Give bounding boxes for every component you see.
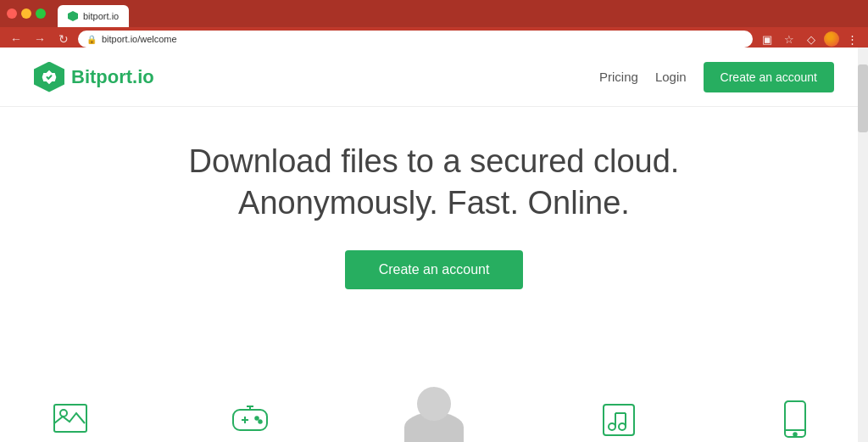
tab-favicon bbox=[68, 11, 78, 21]
browser-chrome: bitport.io ← → ↻ 🔒 bitport.io/welcome ▣ … bbox=[0, 0, 868, 48]
hero-create-account-button[interactable]: Create an account bbox=[345, 250, 524, 289]
svg-point-11 bbox=[619, 423, 626, 430]
extensions-button[interactable]: ▣ bbox=[758, 30, 776, 48]
svg-rect-9 bbox=[604, 405, 634, 435]
maximize-button[interactable] bbox=[36, 8, 46, 19]
nav-right-controls: ▣ ☆ ◇ ⋮ bbox=[758, 30, 861, 48]
window-controls bbox=[7, 8, 46, 19]
back-button[interactable]: ← bbox=[7, 30, 25, 48]
person-head bbox=[417, 387, 451, 421]
music-svg bbox=[597, 398, 641, 442]
music-feature-icon bbox=[597, 398, 641, 442]
refresh-button[interactable]: ↻ bbox=[54, 30, 73, 48]
close-button[interactable] bbox=[7, 8, 17, 19]
icons-section bbox=[0, 306, 868, 442]
forward-button[interactable]: → bbox=[31, 30, 49, 48]
image-feature-icon bbox=[51, 398, 95, 442]
svg-point-5 bbox=[255, 417, 259, 420]
pricing-link[interactable]: Pricing bbox=[599, 70, 638, 84]
hero-title: Download files to a secured cloud. Anony… bbox=[189, 141, 680, 225]
svg-rect-15 bbox=[785, 401, 805, 437]
svg-point-17 bbox=[793, 433, 797, 436]
svg-point-1 bbox=[60, 410, 67, 417]
avatar-image bbox=[824, 31, 839, 47]
lock-icon: 🔒 bbox=[86, 35, 97, 44]
login-link[interactable]: Login bbox=[655, 70, 687, 84]
logo-area: Bitport.io bbox=[34, 62, 154, 92]
tab-title: bitport.io bbox=[83, 11, 119, 21]
profile-avatar[interactable] bbox=[824, 31, 839, 47]
image-svg bbox=[51, 398, 95, 442]
svg-rect-2 bbox=[233, 410, 267, 430]
site-nav-links: Pricing Login Create an account bbox=[599, 62, 834, 92]
create-account-nav-button[interactable]: Create an account bbox=[704, 62, 834, 92]
gamepad-svg bbox=[228, 398, 272, 442]
puzzle-button[interactable]: ◇ bbox=[802, 30, 821, 48]
gamepad-feature-icon bbox=[228, 398, 272, 442]
active-tab[interactable]: bitport.io bbox=[58, 5, 129, 27]
logo-text: Bitport.io bbox=[71, 66, 154, 88]
hero-section: Download files to a secured cloud. Anony… bbox=[0, 107, 868, 306]
mobile-svg bbox=[773, 398, 817, 442]
minimize-button[interactable] bbox=[21, 8, 31, 19]
svg-point-10 bbox=[609, 423, 615, 430]
page-content: Bitport.io Pricing Login Create an accou… bbox=[0, 48, 868, 442]
url-text: bitport.io/welcome bbox=[102, 34, 177, 44]
person-figure-area bbox=[404, 412, 464, 442]
tab-bar: bitport.io bbox=[0, 0, 868, 27]
scrollbar-thumb[interactable] bbox=[858, 64, 868, 132]
mobile-feature-icon bbox=[773, 398, 817, 442]
menu-button[interactable]: ⋮ bbox=[843, 30, 861, 48]
site-navbar: Bitport.io Pricing Login Create an accou… bbox=[0, 48, 868, 107]
logo-icon bbox=[34, 62, 64, 92]
svg-point-6 bbox=[259, 420, 262, 423]
star-button[interactable]: ☆ bbox=[780, 30, 798, 48]
person-body bbox=[404, 412, 464, 442]
address-bar[interactable]: 🔒 bitport.io/welcome bbox=[78, 31, 753, 48]
